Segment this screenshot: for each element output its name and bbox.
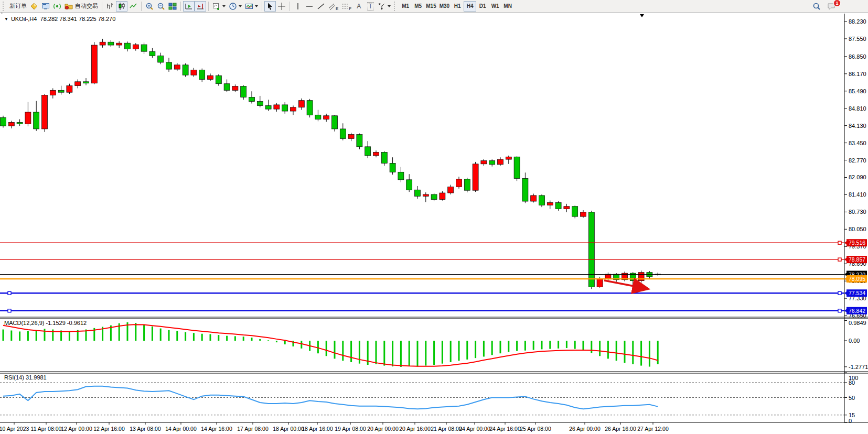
candle-body xyxy=(597,279,603,287)
candle-body xyxy=(183,65,188,75)
candle-body xyxy=(464,179,470,190)
line-handle[interactable] xyxy=(838,291,841,295)
candle-body xyxy=(199,70,205,80)
time-tick-label[interactable]: 19 Apr 08:00 xyxy=(335,426,366,432)
rsi-tick-label: 80 xyxy=(849,379,855,386)
mt4-terminal: { "toolbar": { "new_order_label": "新订单",… xyxy=(0,0,868,434)
time-tick-label[interactable]: 13 Apr 08:00 xyxy=(130,426,161,432)
line-handle[interactable] xyxy=(838,309,841,312)
time-tick-label[interactable]: 11 Apr 08:00 xyxy=(31,426,62,432)
candle-body xyxy=(415,190,421,196)
candle-body xyxy=(564,207,570,209)
time-tick-label[interactable]: 10 Apr 2023 xyxy=(0,426,29,432)
candle-body xyxy=(208,75,213,79)
candle-body xyxy=(406,180,412,190)
candle-body xyxy=(249,97,255,101)
candle-body xyxy=(506,157,511,159)
candle-body xyxy=(315,115,321,119)
macd-tick-label: 0.00 xyxy=(849,338,860,344)
price-badge-label: 78.857 xyxy=(849,256,865,263)
candle-body xyxy=(365,147,371,156)
time-tick-label[interactable]: 18 Apr 16:00 xyxy=(302,426,333,432)
candle-body xyxy=(588,212,594,287)
candle-body xyxy=(324,116,329,120)
candle-body xyxy=(216,75,221,84)
candle-body xyxy=(291,107,296,111)
candle-body xyxy=(531,196,537,201)
line-handle[interactable] xyxy=(8,309,11,312)
time-tick-label[interactable]: 24 Apr 00:00 xyxy=(459,426,490,432)
candle-body xyxy=(581,212,586,216)
candle-body xyxy=(539,196,545,205)
time-tick-label[interactable]: 18 Apr 00:00 xyxy=(273,426,304,432)
price-badge-label: 79.516 xyxy=(849,240,865,246)
candle-body xyxy=(50,90,56,95)
candle-body xyxy=(224,84,230,91)
time-tick-label[interactable]: 14 Apr 16:00 xyxy=(201,426,232,432)
price-tick-label: 81.410 xyxy=(849,191,866,198)
time-tick-label[interactable]: 25 Apr 08:00 xyxy=(520,426,551,432)
candle-body xyxy=(605,274,611,279)
price-tick-label: 82.090 xyxy=(849,174,866,180)
candle-body xyxy=(174,65,180,69)
time-tick-label[interactable]: 14 Apr 00:00 xyxy=(165,426,197,432)
candle-body xyxy=(58,90,64,92)
price-badge-label: 76.842 xyxy=(849,308,865,314)
candle-body xyxy=(232,86,238,91)
candle-body xyxy=(42,95,48,129)
price-tick-label: 84.130 xyxy=(849,123,866,129)
candle-body xyxy=(522,178,528,201)
candle-body xyxy=(125,43,131,49)
rsi-value: 31.9981 xyxy=(26,374,47,381)
candle-body xyxy=(390,163,395,172)
chart-canvas[interactable]: 88.23087.55086.85086.17085.49084.81084.1… xyxy=(0,0,868,434)
price-tick-label: 82.770 xyxy=(849,157,866,164)
candle-body xyxy=(91,45,97,83)
candle-body xyxy=(191,70,197,75)
time-tick-label[interactable]: 20 Apr 00:00 xyxy=(367,426,399,432)
chart-background[interactable] xyxy=(0,14,868,434)
candle-body xyxy=(34,112,39,129)
candle-body xyxy=(75,82,81,86)
price-tick-label: 83.450 xyxy=(849,140,866,146)
candle-body xyxy=(357,135,362,147)
candle-body xyxy=(83,82,89,83)
price-tick-label: 80.730 xyxy=(849,209,866,215)
time-tick-label[interactable]: 12 Apr 16:00 xyxy=(93,426,125,432)
price-tick-label: 86.850 xyxy=(849,53,866,60)
time-tick-label[interactable]: 12 Apr 00:00 xyxy=(61,426,92,432)
time-tick-label[interactable]: 21 Apr 08:00 xyxy=(431,426,462,432)
macd-name: MACD(12,26,9) xyxy=(4,320,44,326)
candle-body xyxy=(265,105,271,109)
candle-body xyxy=(241,86,247,97)
collapse-triangle-icon[interactable]: ▼ xyxy=(4,17,8,21)
candle-body xyxy=(67,86,72,93)
candle-body xyxy=(456,179,462,187)
candle-body xyxy=(448,187,454,193)
time-tick-label[interactable]: 24 Apr 16:00 xyxy=(489,426,521,432)
candle-body xyxy=(572,207,578,216)
price-badge-label: 78.095 xyxy=(849,276,865,282)
candle-body xyxy=(149,51,155,56)
rsi-tick-label: 50 xyxy=(849,395,855,401)
line-handle[interactable] xyxy=(838,241,841,244)
macd-tick-label: -1.2771 xyxy=(849,364,868,370)
line-handle[interactable] xyxy=(8,291,11,295)
candle-body xyxy=(514,157,520,178)
time-tick-label[interactable]: 26 Apr 16:00 xyxy=(605,426,636,432)
rsi-tick-label: 0 xyxy=(849,418,852,424)
line-handle[interactable] xyxy=(838,258,841,261)
time-tick-label[interactable]: 26 Apr 00:00 xyxy=(569,426,601,432)
candle-body xyxy=(100,42,105,45)
price-tick-label: 84.810 xyxy=(849,105,866,112)
time-tick-label[interactable]: 27 Apr 12:00 xyxy=(637,426,669,432)
candle-body xyxy=(1,117,6,126)
rsi-indicator-label: RSI(14) 31.9981 xyxy=(4,374,47,381)
time-tick-label[interactable]: 17 Apr 08:00 xyxy=(237,426,269,432)
candle-body xyxy=(440,193,445,200)
macd-tick-label: 0.9849 xyxy=(849,320,866,326)
price-tick-label: 80.050 xyxy=(849,226,866,232)
symbol-period-label: UKOil-,H4 xyxy=(11,16,37,22)
candle-body xyxy=(307,101,313,115)
time-tick-label[interactable]: 20 Apr 16:00 xyxy=(399,426,431,432)
